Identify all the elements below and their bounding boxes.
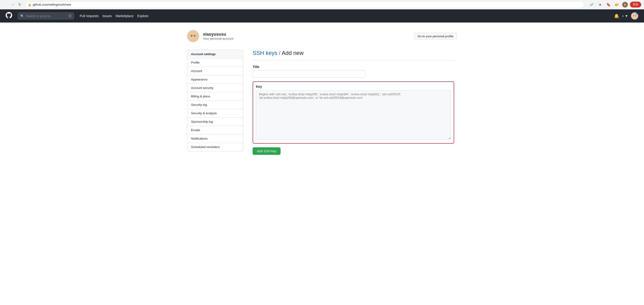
heading-divider: / <box>279 50 282 56</box>
address-bar[interactable]: 🔒 github.com/settings/ssh/new <box>25 2 584 8</box>
gh-nav-right: 🔔 + ▼ <box>614 12 638 20</box>
key-label: Key <box>256 85 451 89</box>
new-plus-button[interactable]: + ▼ <box>622 14 628 18</box>
reload-button[interactable]: ↻ <box>17 2 22 8</box>
user-header: xiaoyususu Your personal account Go to y… <box>187 30 457 42</box>
gh-search-bar[interactable]: 🔍 Search or jump to... / <box>18 13 74 20</box>
sidebar-item-sponsorship-log[interactable]: Sponsorship log <box>187 118 243 126</box>
main-content: SSH keys / Add new Title Key Add SSH key <box>243 50 457 155</box>
add-ssh-key-button[interactable]: Add SSH key <box>253 147 280 155</box>
page-content: xiaoyususu Your personal account Go to y… <box>182 23 462 162</box>
bookmark-star-icon[interactable]: ★ <box>597 2 603 8</box>
sidebar-item-security-log[interactable]: Security log <box>187 101 243 109</box>
avatar-eye-right <box>635 15 636 16</box>
nav-explore[interactable]: Explore <box>137 14 148 18</box>
nav-pull-requests[interactable]: Pull requests <box>80 14 99 18</box>
translate-icon[interactable]: ☍ <box>588 2 595 8</box>
sidebar-item-scheduled-reminders[interactable]: Scheduled reminders <box>187 143 243 151</box>
sidebar-item-profile[interactable]: Profile <box>187 58 243 67</box>
extensions-icon[interactable]: 🤛 <box>614 2 620 8</box>
go-to-profile-button[interactable]: Go to your personal profile <box>414 33 457 40</box>
user-text: xiaoyususu Your personal account <box>203 32 233 40</box>
notifications-bell-icon[interactable]: 🔔 <box>614 13 619 19</box>
update-button[interactable]: 更新 <box>630 2 641 8</box>
notification-dot <box>636 13 638 15</box>
user-info: xiaoyususu Your personal account <box>187 30 233 42</box>
nav-issues[interactable]: Issues <box>102 14 112 18</box>
search-slash: / <box>68 14 72 18</box>
user-avatar-nav[interactable] <box>631 12 638 20</box>
github-logo-icon[interactable] <box>6 12 12 20</box>
sidebar-header: Account settings <box>187 50 243 58</box>
reading-list-icon[interactable]: 🔖 <box>605 2 612 8</box>
ssh-keys-breadcrumb-link[interactable]: SSH keys <box>253 50 277 56</box>
browser-user-avatar[interactable]: b <box>622 2 628 8</box>
page-heading: SSH keys / Add new <box>253 50 457 60</box>
sidebar-item-security-analysis[interactable]: Security & analysis <box>187 109 243 118</box>
url-text: github.com/settings/ssh/new <box>33 3 71 6</box>
sidebar-item-account-security[interactable]: Account security <box>187 84 243 92</box>
search-placeholder: Search or jump to... <box>26 14 52 18</box>
settings-layout: Account settings Profile Account Appeara… <box>187 50 457 155</box>
browser-actions: ☍ ★ 🔖 🤛 b 更新 <box>588 2 641 8</box>
sidebar-item-notifications[interactable]: Notifications <box>187 134 243 143</box>
user-avatar-large <box>187 30 199 42</box>
search-icon: 🔍 <box>20 14 24 18</box>
browser-chrome: ← → ↻ 🔒 github.com/settings/ssh/new ☍ ★ … <box>0 0 644 10</box>
back-button[interactable]: ← <box>3 2 8 8</box>
sidebar: Account settings Profile Account Appeara… <box>187 50 243 151</box>
sidebar-item-account[interactable]: Account <box>187 67 243 75</box>
avatar-large-eye-right <box>194 35 196 37</box>
username: xiaoyususu <box>203 32 233 37</box>
forward-button[interactable]: → <box>10 2 16 8</box>
lock-icon: 🔒 <box>28 3 32 6</box>
key-textarea[interactable] <box>256 90 451 140</box>
avatar-eye-left <box>633 15 634 16</box>
gh-navbar: 🔍 Search or jump to... / Pull requests I… <box>0 10 644 23</box>
key-section: Key <box>253 81 454 144</box>
sidebar-item-emails[interactable]: Emails <box>187 126 243 134</box>
browser-nav: ← → ↻ <box>3 2 22 8</box>
avatar-large-eye-left <box>191 35 192 37</box>
user-subtitle: Your personal account <box>203 37 233 40</box>
sidebar-item-appearance[interactable]: Appearance <box>187 75 243 84</box>
heading-add-new: Add new <box>282 50 304 56</box>
title-form-group: Title <box>253 65 457 78</box>
title-label: Title <box>253 65 457 69</box>
gh-nav-links: Pull requests Issues Marketplace Explore <box>80 14 148 18</box>
nav-marketplace[interactable]: Marketplace <box>116 14 133 18</box>
title-input[interactable] <box>253 70 365 78</box>
sidebar-item-billing[interactable]: Billing & plans <box>187 92 243 101</box>
